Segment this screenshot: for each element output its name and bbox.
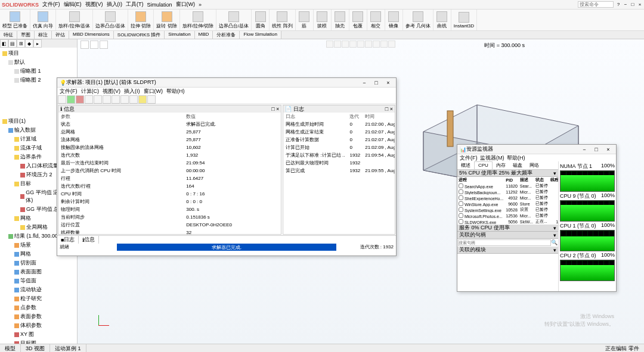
res-tab-overview[interactable]: 概述 bbox=[457, 161, 474, 169]
proc-checkbox[interactable] bbox=[459, 195, 463, 200]
ribbon-btn[interactable]: 放样/拉伸/切除 bbox=[180, 10, 216, 30]
tree-node[interactable]: 缩略图 1 bbox=[2, 67, 75, 76]
tree-tab[interactable]: ⊞ bbox=[17, 39, 25, 48]
menu-file[interactable]: 文件(F) bbox=[42, 1, 60, 8]
bottom-tab-motion[interactable]: 运动算例 1 bbox=[50, 344, 86, 352]
solver-menu-calc[interactable]: 计算(C) bbox=[81, 88, 100, 95]
tree-tab[interactable]: ▸ bbox=[33, 39, 42, 48]
table-row[interactable]: WinStore.App.exe9600Store已暂停20 bbox=[457, 201, 559, 207]
res-tab-disk[interactable]: 磁盘 bbox=[509, 161, 526, 169]
stop-icon[interactable] bbox=[76, 95, 84, 104]
table-row[interactable]: ShellExperienceHo...4932Micr...已暂停27 bbox=[457, 195, 559, 201]
view-btn[interactable] bbox=[342, 41, 349, 48]
bottom-tab-3dview[interactable]: 3D 视图 bbox=[21, 344, 50, 352]
menu-edit[interactable]: 编辑(E) bbox=[64, 1, 82, 8]
min-icon[interactable]: − bbox=[623, 2, 628, 7]
view-btn[interactable] bbox=[357, 41, 364, 48]
solver-menu-file[interactable]: 文件(F) bbox=[60, 88, 78, 95]
solver-tool[interactable] bbox=[129, 95, 138, 104]
menu-insert[interactable]: 插入(I) bbox=[107, 1, 123, 8]
vp-tool[interactable] bbox=[100, 41, 108, 49]
ribbon-btn[interactable]: 边界凸台/基体 bbox=[216, 10, 252, 30]
view-btn[interactable] bbox=[373, 41, 380, 48]
footer-log-tab[interactable]: 日志 bbox=[64, 236, 75, 244]
menu-simulation[interactable]: Simulation bbox=[147, 2, 172, 8]
table-row[interactable]: StyletsBackgroun...11292Micr...已暂停4 bbox=[457, 189, 559, 195]
tree-node[interactable]: 粒子研究 bbox=[2, 294, 75, 303]
tree-node[interactable]: 默认 bbox=[2, 58, 75, 67]
tab-mbd[interactable]: MBD bbox=[195, 31, 213, 39]
tree-node[interactable]: XY 图 bbox=[2, 330, 75, 339]
tree-node[interactable]: 表面面图 bbox=[2, 267, 75, 276]
chevron-down-icon[interactable]: ▾ bbox=[553, 170, 556, 176]
tab-flow-sim[interactable]: Flow Simulation bbox=[240, 31, 281, 39]
footer-info-tab[interactable]: 信息 bbox=[84, 236, 95, 244]
menu-view[interactable]: 视图(V) bbox=[85, 1, 103, 8]
ribbon-btn[interactable]: 镜像 bbox=[385, 10, 403, 30]
close-icon[interactable]: × bbox=[383, 80, 394, 86]
solver-tool[interactable] bbox=[85, 95, 93, 104]
ribbon-btn[interactable]: Instant3D bbox=[451, 10, 477, 30]
tab-analysis-prep[interactable]: 分析准备 bbox=[213, 31, 240, 39]
handles-search[interactable] bbox=[458, 239, 551, 246]
proc-checkbox[interactable] bbox=[459, 219, 463, 224]
help-icon[interactable]: ? bbox=[616, 2, 621, 7]
process-section-header[interactable]: 5% CPU 使用率 25% 最大频率▾ bbox=[457, 170, 558, 177]
tab-features[interactable]: 特征 bbox=[0, 31, 17, 39]
tree-node[interactable]: 项目 bbox=[2, 49, 75, 58]
solver-tool[interactable] bbox=[58, 95, 66, 104]
tree-tab[interactable]: ◆ bbox=[25, 39, 33, 48]
ribbon-btn[interactable]: 圆角 bbox=[252, 10, 270, 30]
ribbon-btn[interactable]: 筋 bbox=[296, 10, 314, 30]
solver-tool[interactable] bbox=[147, 95, 156, 104]
ribbon-btn[interactable]: 曲线 bbox=[434, 10, 451, 30]
res-tab-cpu[interactable]: CPU bbox=[474, 161, 493, 169]
search-icon[interactable]: 🔍 bbox=[551, 239, 558, 246]
ribbon-btn[interactable]: 拔模 bbox=[314, 10, 332, 30]
res-menu-mon[interactable]: 监视器(M) bbox=[480, 155, 504, 161]
solver-tool[interactable] bbox=[94, 95, 102, 104]
min-icon[interactable]: − bbox=[579, 147, 590, 152]
tab-evaluate[interactable]: 评估 bbox=[52, 31, 69, 39]
solver-menu-view[interactable]: 视图(V) bbox=[103, 88, 120, 95]
ribbon-btn[interactable]: 包覆 bbox=[349, 10, 367, 30]
tree-node[interactable]: 流动轨迹 bbox=[2, 285, 75, 294]
bulb-icon[interactable] bbox=[138, 95, 147, 104]
chevron-down-icon[interactable]: ▾ bbox=[553, 225, 556, 231]
view-btn[interactable] bbox=[365, 41, 372, 48]
tree-tab[interactable]: ▤ bbox=[8, 39, 17, 48]
tree-node[interactable]: 点参数 bbox=[2, 303, 75, 312]
max-icon[interactable]: □ bbox=[371, 80, 382, 86]
play-icon[interactable] bbox=[67, 95, 75, 104]
chevron-down-icon[interactable]: ▾ bbox=[553, 232, 556, 238]
max-icon[interactable]: □ bbox=[630, 2, 635, 7]
max-icon[interactable]: □ bbox=[591, 147, 602, 152]
table-row[interactable]: SystemSettings.exe10528设置已暂停26 bbox=[457, 207, 559, 213]
tree-node[interactable]: 等值面 bbox=[2, 276, 75, 285]
ribbon-btn[interactable]: 拉伸 切除 bbox=[128, 10, 154, 30]
min-icon[interactable]: − bbox=[359, 80, 370, 86]
view-btn[interactable] bbox=[326, 41, 333, 48]
proc-checkbox[interactable] bbox=[459, 213, 463, 218]
proc-checkbox[interactable] bbox=[459, 189, 463, 194]
handles-section-header[interactable]: 关联的句柄▾ bbox=[457, 232, 558, 239]
ribbon-btn[interactable]: 模型 已准备 bbox=[0, 10, 30, 30]
proc-checkbox[interactable] bbox=[459, 183, 463, 188]
bottom-tab-model[interactable]: 模型 bbox=[0, 344, 21, 352]
table-row[interactable]: SearchApp.exe11820Sear...已暂停48 bbox=[457, 183, 559, 189]
tree-node[interactable]: 体积参数 bbox=[2, 321, 75, 330]
view-btn[interactable] bbox=[380, 41, 388, 48]
res-menu-help[interactable]: 帮助(H) bbox=[507, 155, 525, 161]
tree-node[interactable]: 切割面 bbox=[2, 258, 75, 267]
tab-simulation[interactable]: Simulation bbox=[165, 31, 194, 39]
ribbon-btn[interactable]: 参考 几何体 bbox=[403, 10, 434, 30]
chevron-down-icon[interactable]: ▾ bbox=[553, 247, 556, 253]
tab-annotate[interactable]: 标注 bbox=[35, 31, 52, 39]
menu-tools[interactable]: 工具(T) bbox=[126, 1, 144, 8]
ribbon-btn[interactable]: 仿真 向导 bbox=[30, 10, 56, 30]
close-icon[interactable]: × bbox=[637, 2, 642, 7]
tree-tab[interactable]: ◧ bbox=[0, 39, 8, 48]
table-row[interactable]: Microsoft.Photos.e...12536Micr...已暂停15 bbox=[457, 213, 559, 219]
solver-menu-help[interactable]: 帮助(H) bbox=[166, 88, 185, 95]
ribbon-btn[interactable]: 相交 bbox=[367, 10, 385, 30]
